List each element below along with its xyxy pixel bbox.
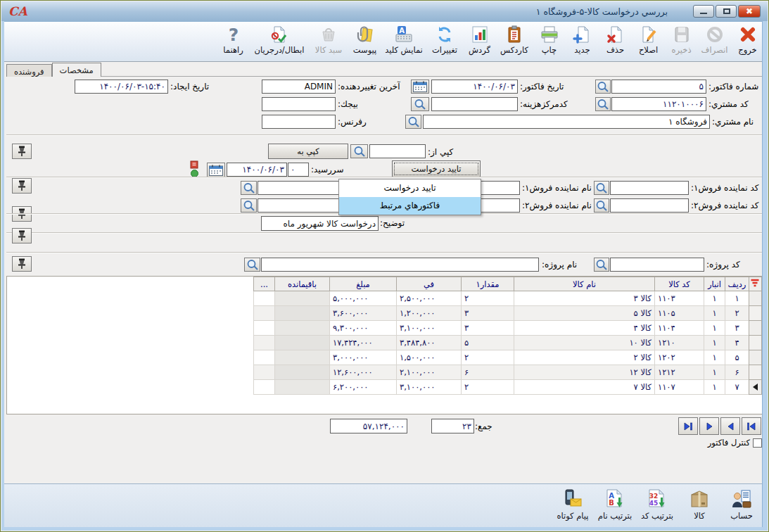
cell-item-name[interactable]: كالا ۵: [514, 306, 655, 321]
rep1-code-lookup-button[interactable]: [594, 181, 609, 195]
filter-header-cell[interactable]: [749, 277, 762, 291]
invoice-date-calendar-button[interactable]: [411, 80, 429, 94]
cell-amount[interactable]: ۵,۰۰۰,۰۰۰: [330, 291, 397, 306]
column-header-item-name[interactable]: نام كالا: [514, 277, 655, 291]
cell-item-code[interactable]: ۱۲۱۰: [655, 336, 704, 350]
cell-unit-price[interactable]: ۱,۵۰۰,۰۰۰: [397, 350, 462, 365]
cell-quantity[interactable]: ۵: [462, 336, 514, 350]
cell-more[interactable]: [254, 321, 275, 336]
cell-more[interactable]: [254, 306, 275, 321]
project-code-lookup-button[interactable]: [594, 258, 609, 272]
maximize-button[interactable]: [716, 5, 737, 18]
cell-remaining[interactable]: [275, 291, 330, 306]
invoice-no-lookup-button[interactable]: [595, 80, 611, 94]
invoice-control-checkbox[interactable]: كنترل فاكتور: [694, 438, 762, 448]
toolbar-turnover-button[interactable]: گردش: [463, 23, 496, 55]
copy-to-button[interactable]: كپي به: [268, 144, 348, 159]
toolbar-changes-button[interactable]: تغييرات: [426, 23, 463, 55]
cell-row-number[interactable]: ۶: [725, 365, 749, 380]
pin-button-description[interactable]: [12, 228, 32, 243]
project-code-input[interactable]: [610, 258, 704, 272]
due-date-input[interactable]: [227, 163, 287, 177]
bijak-input[interactable]: [262, 97, 336, 111]
column-header-quantity[interactable]: مقدار۱: [462, 277, 514, 291]
column-header-unit-price[interactable]: في: [397, 277, 462, 291]
cell-row-number[interactable]: ۷: [725, 380, 749, 395]
toolbar-exit-button[interactable]: خروج: [731, 23, 764, 55]
cell-amount[interactable]: ۱۷,۴۲۴,۰۰۰: [330, 336, 397, 350]
cell-remaining[interactable]: [275, 336, 330, 350]
customer-name-input[interactable]: [423, 115, 710, 129]
cell-item-code[interactable]: ۱۲۱۲: [655, 365, 704, 380]
cell-item-code[interactable]: ۱۱۰۴: [655, 321, 704, 336]
cell-quantity[interactable]: ۳: [462, 321, 514, 336]
toolbar-void-button[interactable]: ابطال/درجريان: [250, 23, 309, 55]
bottom-sort-by-name-button[interactable]: AB بترتيب نام: [595, 487, 635, 521]
cell-item-code[interactable]: ۱۱۰۵: [655, 306, 704, 321]
cell-row-number[interactable]: ۴: [725, 336, 749, 350]
cost-center-input[interactable]: [431, 97, 518, 111]
invoice-date-input[interactable]: [431, 80, 518, 94]
cell-warehouse[interactable]: ۱: [704, 306, 725, 321]
description-input[interactable]: [261, 216, 379, 231]
rep2-code-input[interactable]: [610, 198, 689, 213]
column-header-item-code[interactable]: كد كالا: [655, 277, 704, 291]
column-header-amount[interactable]: مبلغ: [330, 277, 397, 291]
cell-item-code[interactable]: ۱۱۰۷: [655, 380, 704, 395]
table-row[interactable]: ۴ ۱ ۱۲۱۰ كالا ۱۰ ۵ ۳,۴۸۴,۸۰۰ ۱۷,۴۲۴,۰۰۰: [254, 336, 762, 350]
cell-quantity[interactable]: ۲: [462, 350, 514, 365]
cell-row-number[interactable]: ۲: [725, 306, 749, 321]
toolbar-delete-button[interactable]: حذف: [599, 23, 632, 55]
last-modifier-input[interactable]: [262, 80, 336, 94]
cell-amount[interactable]: ۹,۳۰۰,۰۰۰: [330, 321, 397, 336]
reference-input[interactable]: [262, 115, 336, 129]
confirm-request-button[interactable]: تاييد درخواست: [392, 160, 481, 177]
cell-row-number[interactable]: ۱: [725, 291, 749, 306]
table-row[interactable]: ۶ ۱ ۱۲۱۲ كالا ۱۲ ۶ ۲,۱۰۰,۰۰۰ ۱۲,۶۰۰,۰۰۰: [254, 365, 762, 380]
due-days-input[interactable]: [288, 163, 309, 177]
cell-item-name[interactable]: كالا ۷: [514, 380, 655, 395]
rep1-name-lookup-button[interactable]: [241, 181, 257, 195]
table-row[interactable]: ۷ ۱ ۱۱۰۷ كالا ۷ ۲ ۳,۱۰۰,۰۰۰ ۶,۲۰۰,۰۰۰: [254, 380, 762, 395]
menu-item-confirm-request[interactable]: تاييد درخواست: [339, 179, 481, 197]
cell-warehouse[interactable]: ۱: [704, 365, 725, 380]
cell-remaining[interactable]: [275, 350, 330, 365]
checkbox-box[interactable]: [753, 438, 762, 448]
nav-first-button[interactable]: [742, 417, 761, 435]
cell-item-name[interactable]: كالا ۲: [514, 350, 655, 365]
due-date-calendar-button[interactable]: [207, 163, 225, 177]
toolbar-show-key-button[interactable]: A نمايش كليد: [381, 23, 426, 55]
bottom-goods-button[interactable]: كالا: [680, 487, 719, 521]
nav-prev-button[interactable]: [720, 417, 740, 435]
cell-quantity[interactable]: ۳: [462, 306, 514, 321]
cell-quantity[interactable]: ۲: [462, 380, 514, 395]
cell-unit-price[interactable]: ۳,۴۸۴,۸۰۰: [397, 336, 462, 350]
cell-unit-price[interactable]: ۳,۱۰۰,۰۰۰: [397, 321, 462, 336]
cell-more[interactable]: [254, 365, 275, 380]
cell-unit-price[interactable]: ۱,۲۰۰,۰۰۰: [397, 306, 462, 321]
cell-more[interactable]: [254, 336, 275, 350]
nav-last-button[interactable]: [678, 417, 698, 435]
bottom-sms-button[interactable]: پيام كوتاه: [553, 487, 592, 521]
tab-specifications[interactable]: مشخصات: [52, 63, 101, 77]
cell-warehouse[interactable]: ۱: [704, 336, 725, 350]
close-button[interactable]: ✖: [738, 5, 761, 18]
toolbar-new-button[interactable]: جديد: [566, 23, 599, 55]
cell-amount[interactable]: ۳,۰۰۰,۰۰۰: [330, 350, 397, 365]
cell-item-name[interactable]: كالا ۴: [514, 321, 655, 336]
cell-remaining[interactable]: [275, 380, 330, 395]
cell-unit-price[interactable]: ۳,۱۰۰,۰۰۰: [397, 380, 462, 395]
menu-item-related-invoices[interactable]: فاكتورهاي مرتبط: [339, 197, 481, 215]
cell-item-name[interactable]: كالا ۳: [514, 291, 655, 306]
pin-button-project[interactable]: [12, 256, 32, 272]
amount-total-field[interactable]: [330, 419, 407, 433]
cell-remaining[interactable]: [275, 365, 330, 380]
table-row[interactable]: ۳ ۱ ۱۱۰۴ كالا ۴ ۳ ۳,۱۰۰,۰۰۰ ۹,۳۰۰,۰۰۰: [254, 321, 762, 336]
tab-seller[interactable]: فروشنده: [6, 64, 52, 77]
toolbar-print-button[interactable]: چاپ: [533, 23, 566, 55]
cell-quantity[interactable]: ۶: [462, 365, 514, 380]
cell-item-code[interactable]: ۱۱۰۳: [655, 291, 704, 306]
customer-code-input[interactable]: [611, 97, 706, 111]
cell-amount[interactable]: ۱۲,۶۰۰,۰۰۰: [330, 365, 397, 380]
cell-more[interactable]: [254, 291, 275, 306]
